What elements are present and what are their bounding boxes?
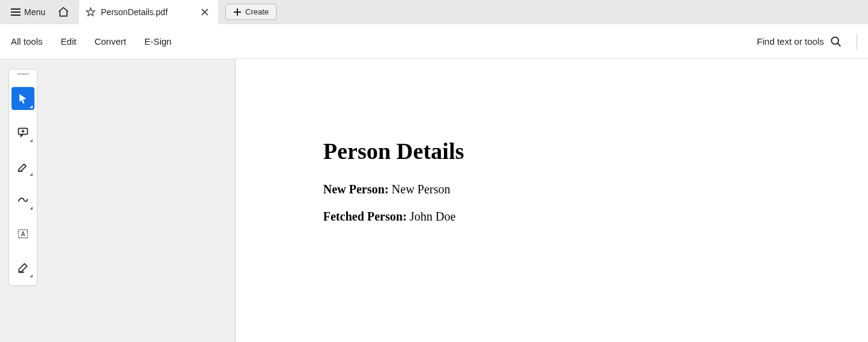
- document-tab[interactable]: PersonDetails.pdf: [79, 0, 218, 24]
- menubar-right: Find text or tools: [757, 34, 857, 50]
- comment-icon: [17, 126, 29, 138]
- document-tab-title: PersonDetails.pdf: [101, 7, 194, 17]
- select-tool[interactable]: [11, 87, 34, 110]
- search-icon[interactable]: [830, 36, 842, 48]
- highlighter-icon: [17, 160, 29, 172]
- divider: [857, 34, 857, 50]
- hamburger-icon: [11, 8, 21, 16]
- svg-line-6: [838, 43, 841, 46]
- menu-item-esign[interactable]: E-Sign: [144, 36, 172, 47]
- titlebar: Menu PersonDetails.pdf Create: [0, 0, 868, 24]
- close-icon: [201, 8, 208, 16]
- menu-label: Menu: [24, 7, 45, 17]
- find-label[interactable]: Find text or tools: [757, 36, 824, 47]
- text-box-icon: A: [17, 228, 29, 240]
- menu-item-all-tools[interactable]: All tools: [11, 36, 43, 47]
- row-value: New Person: [391, 182, 450, 196]
- row-value: John Doe: [410, 210, 455, 223]
- close-tab-button[interactable]: [199, 8, 211, 16]
- doc-heading: Person Details: [323, 138, 868, 164]
- side-panel: A: [0, 59, 236, 342]
- home-icon: [57, 6, 69, 18]
- menubar-left: All tools Edit Convert E-Sign: [11, 36, 172, 47]
- row-label: Fetched Person:: [323, 210, 407, 223]
- menubar: All tools Edit Convert E-Sign Find text …: [0, 24, 868, 59]
- doc-row: New Person: New Person: [323, 182, 868, 196]
- cursor-icon: [17, 92, 29, 105]
- row-label: New Person:: [323, 182, 388, 196]
- text-box-tool[interactable]: A: [11, 222, 34, 245]
- draw-tool[interactable]: [11, 189, 34, 211]
- toolbox-grip[interactable]: [17, 73, 29, 75]
- doc-row: Fetched Person: John Doe: [323, 210, 868, 224]
- svg-marker-0: [86, 8, 95, 16]
- workarea: A Person Details New Person: New Person …: [0, 59, 868, 342]
- highlight-tool[interactable]: [11, 155, 34, 178]
- star-icon: [85, 7, 96, 18]
- comment-tool[interactable]: [11, 121, 34, 144]
- home-button[interactable]: [51, 2, 76, 22]
- plus-icon: [233, 8, 242, 16]
- menu-button[interactable]: Menu: [5, 4, 51, 21]
- svg-text:A: A: [21, 231, 25, 237]
- menu-item-convert[interactable]: Convert: [94, 36, 126, 47]
- sign-tool[interactable]: [11, 256, 34, 279]
- toolbox: A: [8, 69, 37, 286]
- create-label: Create: [245, 7, 269, 16]
- freehand-icon: [17, 195, 29, 205]
- create-button[interactable]: Create: [225, 4, 277, 20]
- svg-point-5: [832, 37, 839, 44]
- signature-icon: [17, 262, 29, 274]
- document-view: Person Details New Person: New Person Fe…: [236, 59, 868, 342]
- menu-item-edit[interactable]: Edit: [61, 36, 77, 47]
